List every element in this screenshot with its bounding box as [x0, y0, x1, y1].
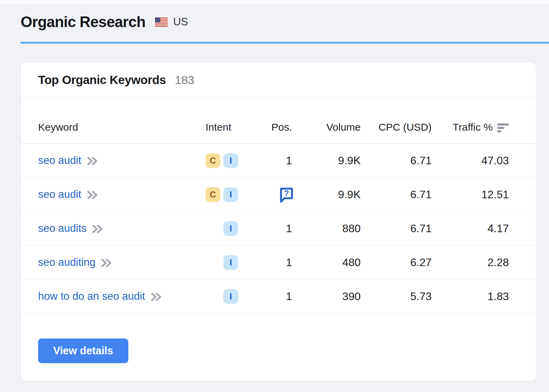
column-header-volume[interactable]: Volume — [292, 121, 361, 133]
intent-badge-informational[interactable]: I — [223, 153, 238, 168]
page-title: Organic Research — [21, 13, 145, 31]
traffic-value: 1.83 — [432, 290, 509, 303]
traffic-value: 12.51 — [432, 188, 509, 201]
cpc-value: 6.71 — [361, 154, 432, 167]
cpc-value: 6.71 — [361, 222, 432, 235]
volume-value: 9.9K — [292, 154, 361, 167]
card-footer: View details — [21, 313, 536, 381]
position-value: 1 — [263, 222, 292, 235]
double-chevron-icon[interactable] — [101, 259, 112, 267]
intent-badge-spacer — [206, 255, 220, 270]
card-header: Top Organic Keywords 183 — [21, 62, 536, 98]
position-value: 1 — [263, 290, 292, 303]
keyword-link[interactable]: seo audits — [38, 222, 86, 235]
position-value: 1 — [263, 154, 292, 167]
keyword-link[interactable]: seo audit — [38, 188, 81, 201]
keyword-link[interactable]: seo auditing — [38, 256, 95, 269]
region-label: US — [173, 16, 188, 28]
intent-badge-informational[interactable]: I — [223, 221, 238, 236]
traffic-value: 4.17 — [432, 222, 509, 235]
volume-value: 9.9K — [292, 188, 361, 201]
intent-badge-commercial[interactable]: C — [206, 187, 220, 202]
cpc-value: 5.73 — [361, 290, 432, 303]
double-chevron-icon[interactable] — [87, 191, 98, 199]
svg-text:?: ? — [284, 189, 289, 198]
volume-value: 880 — [292, 222, 361, 235]
position-value: 1 — [263, 256, 292, 269]
traffic-value: 47.03 — [432, 154, 509, 167]
table-row: seo auditing I 1 480 6.27 2.28 — [21, 246, 536, 280]
sort-descending-icon[interactable] — [497, 123, 509, 132]
intent-badge-commercial[interactable]: C — [206, 153, 220, 168]
column-header-pos[interactable]: Pos. — [263, 121, 292, 133]
column-header-traffic[interactable]: Traffic % — [432, 121, 509, 133]
keyword-link[interactable]: seo audit — [38, 154, 81, 167]
intent-badge-informational[interactable]: I — [223, 255, 238, 270]
intent-badge-informational[interactable]: I — [223, 289, 238, 304]
column-header-traffic-label: Traffic % — [453, 121, 493, 133]
top-organic-keywords-card: Top Organic Keywords 183 Keyword Intent … — [21, 62, 536, 381]
header-accent-divider — [21, 42, 549, 44]
cpc-value: 6.27 — [361, 256, 432, 269]
keywords-count: 183 — [175, 73, 195, 87]
cpc-value: 6.71 — [361, 188, 432, 201]
intent-badge-spacer — [206, 221, 220, 236]
column-header-cpc[interactable]: CPC (USD) — [361, 121, 432, 133]
table-row: seo audit C I ? 9.9K 6.71 12.51 — [21, 178, 536, 212]
double-chevron-icon[interactable] — [92, 225, 103, 233]
keyword-link[interactable]: how to do an seo audit — [38, 290, 145, 302]
table-row: how to do an seo audit I 1 390 5.73 1.83 — [21, 280, 536, 313]
double-chevron-icon[interactable] — [151, 293, 162, 301]
table-row: seo audit C I 1 9.9K 6.71 47.03 — [21, 144, 536, 178]
table-header-row: Keyword Intent Pos. Volume CPC (USD) Tra… — [21, 98, 536, 144]
volume-value: 390 — [292, 290, 361, 303]
traffic-value: 2.28 — [432, 256, 509, 269]
page-header: Organic Research US — [0, 0, 549, 31]
double-chevron-icon[interactable] — [87, 157, 98, 165]
column-header-keyword: Keyword — [21, 121, 205, 133]
table-row: seo audits I 1 880 6.71 4.17 — [21, 212, 536, 246]
card-title: Top Organic Keywords — [38, 73, 166, 87]
us-flag-icon — [155, 17, 168, 27]
intent-badge-informational[interactable]: I — [223, 187, 238, 202]
column-header-intent: Intent — [205, 121, 263, 133]
view-details-button[interactable]: View details — [38, 338, 128, 363]
volume-value: 480 — [292, 256, 361, 269]
intent-badge-spacer — [206, 289, 220, 304]
